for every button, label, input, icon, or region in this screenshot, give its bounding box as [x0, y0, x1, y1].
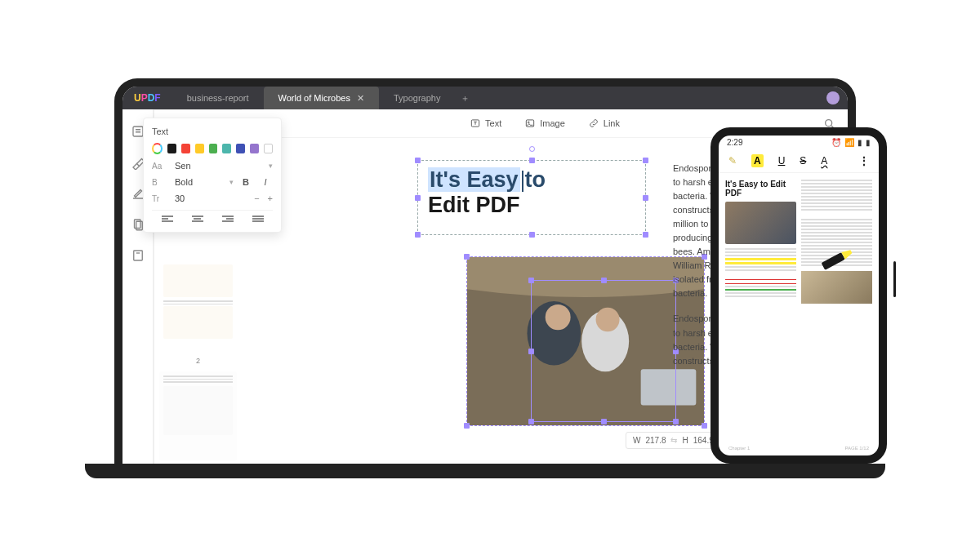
laptop-base [85, 464, 885, 478]
squiggly-line [725, 282, 796, 284]
img-handle-sw[interactable] [464, 423, 470, 429]
img-handle-se[interactable] [702, 423, 707, 429]
phone-power-button[interactable] [893, 261, 896, 297]
tab-world-of-microbes[interactable]: World of Microbes ✕ [264, 87, 379, 109]
chevron-down-icon: ▾ [229, 178, 234, 186]
thumbnail-page-2[interactable] [159, 260, 237, 350]
align-row [152, 210, 273, 224]
swatch-blue[interactable] [236, 144, 245, 153]
swatch-green[interactable] [209, 144, 218, 153]
user-avatar[interactable] [826, 91, 840, 104]
italic-button[interactable]: I [258, 177, 273, 187]
tab-typography[interactable]: Typography [379, 87, 455, 109]
resize-handle-s[interactable] [529, 232, 535, 238]
highlighted-line [725, 262, 796, 264]
text-content[interactable]: It's Easyto Edit PDF [418, 161, 645, 224]
crop-tool-icon[interactable] [131, 248, 145, 263]
battery-icon: ▮ [866, 138, 871, 147]
more-icon[interactable]: ⋮ [859, 155, 869, 167]
rotate-handle[interactable] [529, 146, 535, 152]
align-center-button[interactable] [192, 216, 203, 224]
swatch-red[interactable] [181, 144, 190, 153]
new-tab-button[interactable]: ＋ [455, 92, 474, 104]
crop-handle-w[interactable] [528, 349, 534, 354]
svg-rect-5 [133, 251, 142, 260]
swatch-purple[interactable] [250, 144, 259, 153]
dimensions-readout: W217.8 ⇆ H164.9 [626, 432, 721, 449]
squiggly-line [725, 278, 796, 280]
pen-tool-icon[interactable]: ✎ [728, 155, 737, 167]
font-family-row[interactable]: Aa Sen ▾ [152, 161, 273, 171]
highlight-a-button[interactable]: A [751, 154, 764, 167]
image-selection[interactable] [466, 256, 705, 426]
bold-button[interactable]: B [238, 177, 253, 187]
crop-handle-n[interactable] [601, 278, 607, 283]
chevron-down-icon: ▾ [269, 162, 273, 170]
tab-business-report[interactable]: business-report [172, 87, 264, 109]
crop-handle-se[interactable] [673, 419, 679, 424]
phone-frame: 2:29 ⏰ 📶 ▮ ▮ ✎ A U S A ⋮ It's Easy to Ed… [710, 127, 887, 464]
tab-bar: UPDF business-report World of Microbes ✕… [122, 87, 848, 109]
color-picker-icon[interactable] [152, 143, 163, 154]
alarm-icon: ⏰ [831, 138, 841, 147]
svg-rect-18 [821, 252, 844, 270]
font-size-row: Tr 30 − + [152, 193, 273, 203]
phone-status-bar: 2:29 ⏰ 📶 ▮ ▮ [719, 136, 879, 149]
color-swatch-row [152, 143, 273, 154]
size-decrease-button[interactable]: − [254, 193, 259, 203]
size-increase-button[interactable]: + [268, 193, 273, 203]
text-edit-selection[interactable]: It's Easyto Edit PDF [417, 160, 646, 235]
underline-button[interactable]: U [778, 155, 786, 167]
insert-link-tool[interactable]: Link [588, 118, 620, 129]
img-handle-nw[interactable] [464, 254, 470, 260]
page-number-label: 2 [159, 357, 237, 365]
signal-icon: ▮ [858, 138, 862, 147]
strikethrough-button[interactable]: S [800, 155, 806, 167]
swatch-teal[interactable] [222, 144, 231, 153]
crop-rectangle[interactable] [531, 280, 676, 422]
resize-handle-ne[interactable] [643, 158, 648, 163]
insert-text-tool[interactable]: Text [470, 118, 501, 129]
close-tab-icon[interactable]: ✕ [357, 93, 364, 104]
align-right-button[interactable] [222, 216, 234, 224]
underline-line [725, 289, 796, 291]
resize-handle-n[interactable] [529, 158, 535, 163]
panel-title: Text [152, 127, 273, 136]
align-justify-button[interactable] [252, 216, 264, 224]
svg-point-9 [528, 122, 530, 123]
resize-handle-nw[interactable] [415, 158, 421, 163]
swatch-yellow[interactable] [195, 144, 204, 153]
phone-document[interactable]: It's Easy to Edit PDF [719, 173, 879, 310]
resize-handle-e[interactable] [643, 195, 648, 201]
swatch-custom[interactable] [264, 144, 273, 153]
squiggly-button[interactable]: A [821, 155, 827, 167]
resize-handle-se[interactable] [643, 232, 648, 238]
align-left-button[interactable] [162, 216, 173, 224]
phone-highlight-toolbar: ✎ A U S A ⋮ [719, 149, 879, 173]
highlighted-line [725, 258, 796, 260]
resize-handle-w[interactable] [415, 195, 421, 201]
crop-handle-nw[interactable] [528, 278, 534, 283]
phone-doc-image [725, 202, 796, 244]
app-logo: UPDF [122, 92, 172, 104]
phone-time: 2:29 [727, 138, 742, 147]
font-weight-row: B Bold ▾ B I [152, 177, 273, 187]
crop-handle-s[interactable] [601, 419, 607, 424]
svg-rect-0 [133, 127, 143, 136]
thumbnail-page-3[interactable] [159, 371, 237, 461]
resize-handle-sw[interactable] [415, 232, 421, 238]
swatch-black[interactable] [167, 144, 176, 153]
phone-doc-title: It's Easy to Edit PDF [725, 180, 796, 198]
phone-doc-image-2 [801, 271, 872, 304]
wifi-icon: 📶 [844, 138, 854, 147]
text-properties-panel: Text Aa Sen ▾ B Bold ▾ B I Tr 30 − + [143, 118, 282, 233]
svg-point-10 [826, 120, 832, 127]
crop-handle-sw[interactable] [528, 419, 534, 424]
insert-image-tool[interactable]: Image [524, 118, 565, 129]
phone-footer: Chapter 1 PAGE 1/12 [719, 446, 879, 451]
